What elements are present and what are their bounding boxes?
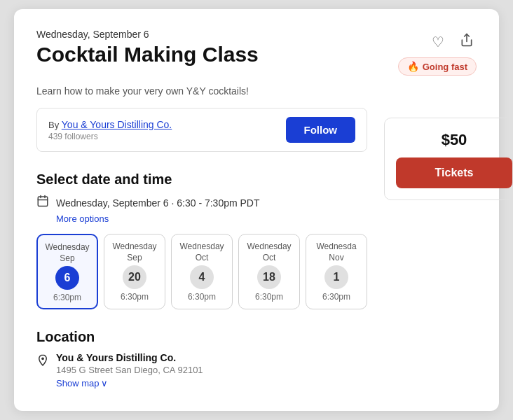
location-section-title: Location	[36, 329, 477, 345]
event-card: Wednesday, September 6 Cocktail Making C…	[14, 9, 499, 411]
fire-icon: 🔥	[407, 61, 419, 72]
pin-icon	[36, 354, 49, 372]
share-button[interactable]	[457, 31, 477, 52]
heart-button[interactable]: ♡	[429, 32, 447, 52]
price-label: $50	[396, 131, 512, 149]
event-description: Learn how to make your very own Y&Y cock…	[36, 85, 367, 97]
location-section: Location You & Yours Distilling Co. 1495…	[36, 329, 477, 388]
date-card-3[interactable]: Wednesday Oct 18 6:30pm	[238, 234, 300, 309]
date-info-row: Wednesday, September 6 · 6:30 - 7:30pm P…	[36, 195, 367, 211]
more-options-link[interactable]: More options	[56, 214, 367, 224]
price-box: $50 Tickets	[384, 118, 513, 200]
top-icons: ♡	[429, 31, 477, 52]
chevron-down-icon: ∨	[101, 378, 108, 388]
date-time-full: Wednesday, September 6 · 6:30 - 7:30pm P…	[56, 197, 260, 209]
event-date: Wednesday, September 6	[36, 29, 259, 40]
date-card-1[interactable]: Wednesday Sep 20 6:30pm	[104, 234, 165, 309]
header-row: Wednesday, September 6 Cocktail Making C…	[36, 29, 477, 76]
select-date-title: Select date and time	[36, 172, 367, 188]
right-column: $50 Tickets	[384, 76, 513, 309]
left-column: Learn how to make your very own Y&Y cock…	[36, 76, 367, 309]
date-card-0[interactable]: Wednesday Sep 6 6:30pm	[36, 234, 98, 309]
tickets-button[interactable]: Tickets	[396, 158, 512, 188]
organizer-name[interactable]: You & Yours Distilling Co.	[62, 119, 172, 130]
organizer-by-text: By You & Yours Distilling Co.	[48, 119, 172, 130]
date-card-4[interactable]: Wednesda Nov 1 6:30pm	[306, 234, 367, 309]
main-content: Learn how to make your very own Y&Y cock…	[36, 76, 477, 309]
organizer-row: By You & Yours Distilling Co. 439 follow…	[36, 108, 367, 152]
location-details: You & Yours Distilling Co. 1495 G Street…	[56, 352, 203, 388]
location-name: You & Yours Distilling Co.	[56, 352, 203, 363]
heart-icon: ♡	[432, 34, 444, 50]
going-fast-label: Going fast	[423, 62, 467, 72]
date-card-2[interactable]: Wednesday Oct 4 6:30pm	[171, 234, 233, 309]
calendar-icon	[36, 195, 49, 211]
svg-point-5	[41, 357, 44, 360]
show-map-link[interactable]: Show map ∨	[56, 378, 203, 388]
top-right-block: ♡ 🔥 Going fast	[398, 29, 477, 76]
title-block: Wednesday, September 6 Cocktail Making C…	[36, 29, 259, 67]
location-row: You & Yours Distilling Co. 1495 G Street…	[36, 352, 477, 388]
organizer-info: By You & Yours Distilling Co. 439 follow…	[48, 119, 172, 141]
organizer-followers: 439 followers	[48, 132, 172, 141]
follow-button[interactable]: Follow	[286, 117, 356, 143]
date-cards-row: Wednesday Sep 6 6:30pm Wednesday Sep 20 …	[36, 234, 367, 309]
event-title: Cocktail Making Class	[36, 43, 259, 67]
svg-rect-1	[38, 197, 48, 206]
going-fast-badge: 🔥 Going fast	[398, 57, 477, 76]
location-address: 1495 G Street San Diego, CA 92101	[56, 365, 203, 375]
share-icon	[460, 33, 474, 50]
